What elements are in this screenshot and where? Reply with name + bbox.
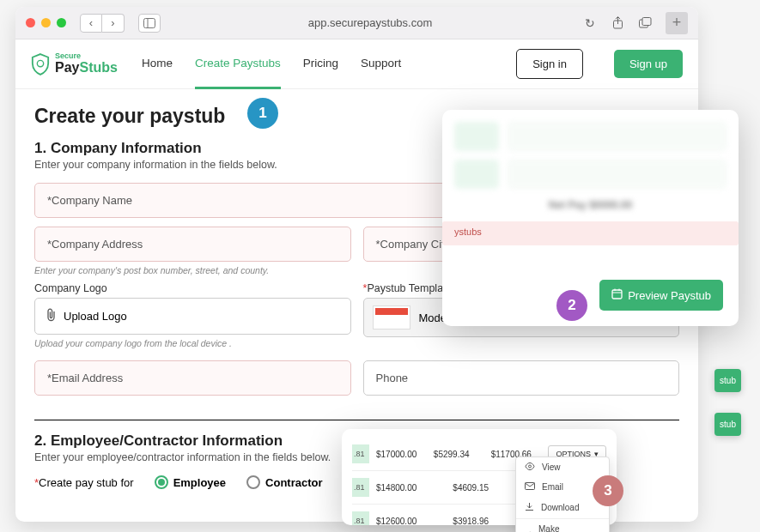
mail-icon bbox=[525, 482, 535, 492]
nav-home[interactable]: Home bbox=[142, 39, 173, 89]
dropdown-correction[interactable]: ✓ Make Correction bbox=[516, 518, 609, 532]
svg-rect-6 bbox=[612, 290, 622, 299]
company-address-input[interactable]: *Company Address bbox=[34, 227, 351, 262]
side-tab-stub[interactable]: stub bbox=[714, 413, 741, 436]
dropdown-view[interactable]: View bbox=[516, 457, 609, 477]
browser-toolbar: ‹ › app.securepaystubs.com ↻ + bbox=[15, 7, 698, 39]
side-tabs: stub stub bbox=[714, 369, 741, 436]
check-icon: ✓ bbox=[525, 529, 532, 533]
address-bar[interactable]: app.securepaystubs.com bbox=[167, 16, 573, 29]
eye-icon bbox=[525, 462, 535, 472]
reload-icon[interactable]: ↻ bbox=[580, 14, 600, 33]
brand-logo[interactable]: Secure PayStubs bbox=[31, 52, 118, 76]
signup-button[interactable]: Sign up bbox=[614, 50, 683, 78]
close-window-icon[interactable] bbox=[26, 18, 35, 27]
upload-logo-button[interactable]: Upload Logo bbox=[34, 298, 351, 335]
blurred-netpay: Net Pay $0000.00 bbox=[454, 199, 727, 211]
maximize-window-icon[interactable] bbox=[57, 18, 66, 27]
paperclip-icon bbox=[46, 308, 57, 324]
logo-label: Company Logo bbox=[34, 282, 351, 294]
brand-stubs: Stubs bbox=[79, 60, 117, 75]
main-nav: Home Create Paystubs Pricing Support bbox=[142, 39, 401, 89]
new-tab-button[interactable]: + bbox=[666, 12, 688, 34]
step-badge-3: 3 bbox=[593, 475, 623, 506]
upload-logo-label: Upload Logo bbox=[64, 310, 127, 323]
radio-unchecked-icon bbox=[246, 475, 260, 489]
calendar-icon bbox=[611, 288, 623, 302]
logo-hint: Upload your company logo from the local … bbox=[34, 338, 351, 348]
template-thumbnail bbox=[373, 305, 410, 329]
row-edge: .81 bbox=[352, 511, 369, 525]
preview-strip: ystubs bbox=[442, 221, 739, 245]
nav-pricing[interactable]: Pricing bbox=[303, 39, 338, 89]
cell-gross: $14800.00 bbox=[376, 483, 453, 493]
tabs-icon[interactable] bbox=[635, 14, 655, 33]
brand-pay: Pay bbox=[55, 60, 79, 75]
cell-ded: $5299.34 bbox=[434, 450, 491, 459]
app-header: Secure PayStubs Home Create Paystubs Pri… bbox=[15, 39, 698, 89]
radio-employee[interactable]: Employee bbox=[155, 475, 226, 489]
cell-gross: $12600.00 bbox=[376, 517, 453, 526]
svg-rect-0 bbox=[144, 18, 155, 27]
create-for-label: *Create pay stub for bbox=[34, 476, 134, 489]
step-badge-1: 1 bbox=[247, 98, 278, 129]
step-badge-2: 2 bbox=[556, 290, 587, 321]
svg-point-10 bbox=[529, 465, 532, 468]
share-icon[interactable] bbox=[607, 14, 628, 33]
radio-contractor[interactable]: Contractor bbox=[246, 475, 322, 489]
section-divider bbox=[34, 420, 679, 420]
email-input[interactable]: *Email Address bbox=[34, 360, 351, 396]
preview-card: Net Pay $0000.00 ystubs Preview Paystub bbox=[442, 110, 739, 326]
row-edge: .81 bbox=[352, 478, 369, 497]
back-button[interactable]: ‹ bbox=[80, 14, 102, 33]
preview-paystub-button[interactable]: Preview Paystub bbox=[599, 280, 723, 311]
signin-button[interactable]: Sign in bbox=[516, 49, 583, 79]
svg-rect-4 bbox=[642, 18, 651, 26]
window-controls bbox=[26, 18, 66, 27]
nav-create-paystubs[interactable]: Create Paystubs bbox=[195, 39, 281, 89]
phone-input[interactable]: Phone bbox=[363, 360, 680, 396]
nav-buttons: ‹ › bbox=[80, 14, 125, 33]
side-tab-stub[interactable]: stub bbox=[714, 369, 741, 392]
nav-support[interactable]: Support bbox=[361, 39, 401, 89]
minimize-window-icon[interactable] bbox=[41, 18, 51, 27]
download-icon bbox=[525, 502, 534, 513]
row-edge: .81 bbox=[352, 444, 369, 463]
brand-tagline: Secure bbox=[55, 52, 118, 60]
forward-button[interactable]: › bbox=[102, 14, 125, 33]
svg-point-5 bbox=[37, 60, 43, 66]
preview-button-label: Preview Paystub bbox=[628, 289, 711, 302]
sidebar-toggle-icon[interactable] bbox=[138, 14, 161, 33]
cell-gross: $17000.00 bbox=[376, 450, 434, 459]
radio-checked-icon bbox=[155, 475, 168, 489]
